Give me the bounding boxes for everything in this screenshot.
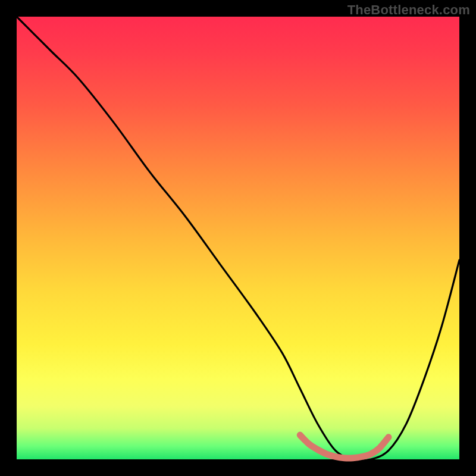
bottleneck-curve-path: [17, 17, 459, 461]
optimal-range-marker: [300, 435, 389, 458]
watermark-text: TheBottleneck.com: [347, 2, 470, 18]
chart-svg: [17, 17, 459, 459]
chart-frame: TheBottleneck.com: [0, 0, 476, 476]
chart-plot-area: [17, 17, 459, 459]
